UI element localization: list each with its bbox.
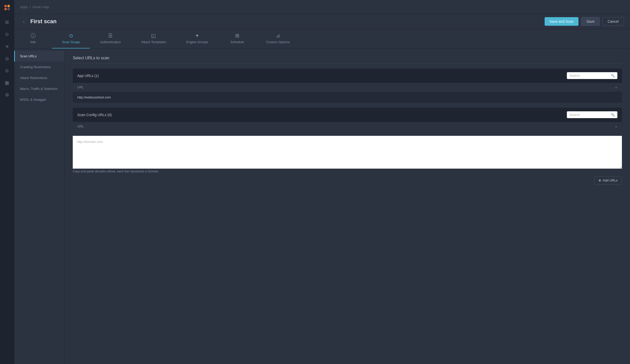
sidebar-item-target[interactable]: ◎ <box>2 54 12 64</box>
header-actions: Save and Scan Save Cancel <box>545 17 624 26</box>
attack-templates-icon: ◱ <box>151 33 156 38</box>
engine-groups-icon: ✦ <box>195 33 199 38</box>
tab-scan-scope-label: Scan Scope <box>62 40 80 44</box>
svg-point-3 <box>7 8 10 10</box>
tab-schedule[interactable]: ⊞ Schedule <box>218 29 256 48</box>
tab-engine-groups[interactable]: ✦ Engine Groups <box>176 29 218 48</box>
app-urls-search-box[interactable]: 🔍 <box>567 72 617 79</box>
save-and-scan-button[interactable]: Save and Scan <box>545 17 579 26</box>
info-icon: ⓘ <box>31 33 36 38</box>
sidebar-item-settings[interactable]: ⚙ <box>2 90 12 100</box>
content-area: Scan URLs Crawling Restrictions Attack R… <box>14 49 630 364</box>
page-title: First scan <box>30 18 545 25</box>
main-panel: Select URLs to scan App URLs (1) 🔍 URL ▲… <box>65 49 630 364</box>
app-urls-title: App URLs (1) <box>77 74 99 78</box>
tab-attack-templates-label: Attack Templates <box>141 40 166 44</box>
custom-options-icon: ⊿ <box>276 33 280 38</box>
scan-config-search-icon: 🔍 <box>611 113 615 117</box>
breadcrumb-app-name[interactable]: Anna's App <box>33 5 49 9</box>
left-nav: Scan URLs Crawling Restrictions Attack R… <box>14 49 65 364</box>
left-nav-wsdl-swagger[interactable]: WSDL & Swagger <box>14 94 64 105</box>
add-urls-plus-icon: ⊕ <box>598 178 601 182</box>
url-row: http://webscantest.com <box>73 92 622 103</box>
tab-info[interactable]: ⓘ Info <box>14 29 52 48</box>
scan-config-urls-header: Scan Config URLs (0) 🔍 <box>73 108 622 122</box>
tab-authentication[interactable]: ☰ Authentication <box>90 29 131 48</box>
app-urls-section: App URLs (1) 🔍 URL ▲ http://webscantest.… <box>73 69 622 103</box>
save-button[interactable]: Save <box>581 17 600 26</box>
add-urls-button[interactable]: ⊕ Add URLs <box>594 176 622 185</box>
schedule-icon: ⊞ <box>235 33 239 38</box>
page-header: ‹ First scan Save and Scan Save Cancel <box>14 14 630 29</box>
section-title: Select URLs to scan <box>73 56 622 64</box>
scan-config-table-header: URL ▲ <box>73 122 622 131</box>
sidebar-item-calendar[interactable]: ▦ <box>2 78 12 88</box>
tabs: ⓘ Info ⊙ Scan Scope ☰ Authentication ◱ A… <box>14 29 630 49</box>
svg-point-0 <box>4 5 7 7</box>
sidebar: ⊞ ⊙ ☣ ◎ ⊘ ▦ ⚙ <box>0 0 14 364</box>
tab-info-label: Info <box>30 40 36 44</box>
app-urls-search-icon: 🔍 <box>611 74 615 77</box>
scan-config-sort-arrow-icon: ▲ <box>615 125 617 128</box>
helper-text: Copy and paste domains above, each line … <box>73 170 622 173</box>
sidebar-item-grid[interactable]: ⊞ <box>2 17 12 27</box>
left-nav-macro-traffic-selenium[interactable]: Macro, Traffic & Selenium <box>14 83 64 94</box>
sidebar-item-tag[interactable]: ⊘ <box>2 66 12 76</box>
tab-attack-templates[interactable]: ◱ Attack Templates <box>131 29 176 48</box>
back-button[interactable]: ‹ <box>20 18 27 25</box>
add-urls-row: ⊕ Add URLs <box>73 176 622 185</box>
svg-point-1 <box>7 5 10 7</box>
tab-custom-options-label: Custom Options <box>266 40 290 44</box>
left-nav-attack-restrictions[interactable]: Attack Restrictions <box>14 72 64 83</box>
sidebar-item-circle-dots[interactable]: ⊙ <box>2 29 12 39</box>
tab-custom-options[interactable]: ⊿ Custom Options <box>256 29 300 48</box>
tab-scan-scope[interactable]: ⊙ Scan Scope <box>52 29 90 48</box>
url-textarea[interactable] <box>73 136 622 169</box>
breadcrumb-apps[interactable]: Apps <box>20 5 28 9</box>
scan-scope-icon: ⊙ <box>69 33 73 38</box>
app-urls-search-input[interactable] <box>569 74 609 77</box>
scan-config-search-input[interactable] <box>569 113 609 117</box>
main-content: Apps / Anna's App ‹ First scan Save and … <box>14 0 630 364</box>
scan-config-search-box[interactable]: 🔍 <box>567 111 617 118</box>
left-nav-scan-urls[interactable]: Scan URLs <box>14 51 64 62</box>
authentication-icon: ☰ <box>108 33 113 38</box>
sort-arrow-icon: ▲ <box>615 86 617 89</box>
app-urls-table-header: URL ▲ <box>73 83 622 92</box>
tab-schedule-label: Schedule <box>230 40 244 44</box>
cancel-button[interactable]: Cancel <box>602 17 624 26</box>
url-column-label: URL <box>77 85 84 89</box>
left-nav-crawling-restrictions[interactable]: Crawling Restrictions <box>14 62 64 72</box>
scan-config-url-column-label: URL <box>77 124 84 128</box>
scan-config-urls-section: Scan Config URLs (0) 🔍 URL ▲ <box>73 108 622 131</box>
scan-config-urls-title: Scan Config URLs (0) <box>77 113 112 117</box>
sidebar-logo <box>3 3 12 12</box>
app-urls-header: App URLs (1) 🔍 <box>73 69 622 83</box>
topbar: Apps / Anna's App <box>14 0 630 14</box>
tab-authentication-label: Authentication <box>100 40 121 44</box>
tab-engine-groups-label: Engine Groups <box>186 40 208 44</box>
breadcrumb: Apps / Anna's App <box>20 5 49 9</box>
svg-point-2 <box>4 8 7 10</box>
add-urls-label: Add URLs <box>603 178 618 182</box>
sidebar-item-bug[interactable]: ☣ <box>2 41 12 51</box>
